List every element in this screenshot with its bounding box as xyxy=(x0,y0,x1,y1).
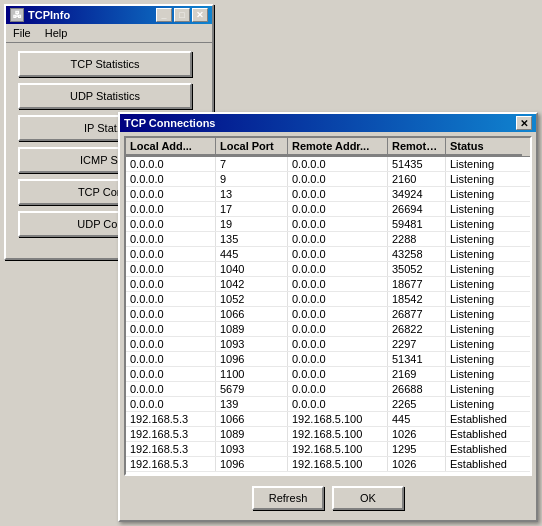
main-window-title: TCP Connections xyxy=(124,117,215,129)
maximize-button[interactable]: □ xyxy=(174,8,190,22)
table-cell: 0.0.0.0 xyxy=(126,277,216,291)
table-cell: 35052 xyxy=(388,262,446,276)
table-cell: 26694 xyxy=(388,202,446,216)
table-cell: 0.0.0.0 xyxy=(126,397,216,411)
table-row[interactable]: 0.0.0.0170.0.0.026694Listening xyxy=(126,202,530,217)
col-header-local-addr[interactable]: Local Add... xyxy=(126,138,216,156)
table-cell: Listening xyxy=(446,337,522,351)
table-cell: 0.0.0.0 xyxy=(126,247,216,261)
table-cell: 2169 xyxy=(388,367,446,381)
table-row[interactable]: 0.0.0.010960.0.0.051341Listening xyxy=(126,352,530,367)
table-row[interactable]: 0.0.0.01350.0.0.02288Listening xyxy=(126,232,530,247)
table-cell: Listening xyxy=(446,157,522,171)
table-cell: Established xyxy=(446,457,522,471)
col-header-remote-addr[interactable]: Remote Addr... xyxy=(288,138,388,156)
table-row[interactable]: 0.0.0.011000.0.0.02169Listening xyxy=(126,367,530,382)
table-cell: Listening xyxy=(446,232,522,246)
table-cell: 0.0.0.0 xyxy=(288,262,388,276)
udp-statistics-button[interactable]: UDP Statistics xyxy=(18,83,192,109)
table-cell: 1066 xyxy=(216,307,288,321)
table-cell: 2297 xyxy=(388,337,446,351)
table-cell: 0.0.0.0 xyxy=(126,307,216,321)
table-cell: 0.0.0.0 xyxy=(288,382,388,396)
table-row[interactable]: 192.168.5.31089192.168.5.1001026Establis… xyxy=(126,427,530,442)
table-cell: 192.168.5.3 xyxy=(126,457,216,471)
table-header: Local Add... Local Port Remote Addr... R… xyxy=(126,138,530,157)
table-cell: 18677 xyxy=(388,277,446,291)
table-cell: 2160 xyxy=(388,172,446,186)
refresh-button[interactable]: Refresh xyxy=(252,486,324,510)
table-row[interactable]: 0.0.0.04450.0.0.043258Listening xyxy=(126,247,530,262)
table-row[interactable]: 0.0.0.056790.0.0.026688Listening xyxy=(126,382,530,397)
table-cell: Listening xyxy=(446,202,522,216)
main-titlebar-title: TCP Connections xyxy=(124,117,215,129)
table-row[interactable]: 192.168.5.31093192.168.5.1001295Establis… xyxy=(126,442,530,457)
table-row[interactable]: 0.0.0.010660.0.0.026877Listening xyxy=(126,307,530,322)
table-cell: 18542 xyxy=(388,292,446,306)
col-header-remote-port[interactable]: Remote ... xyxy=(388,138,446,156)
menu-help[interactable]: Help xyxy=(42,26,71,40)
table-cell: 0.0.0.0 xyxy=(288,367,388,381)
table-body[interactable]: 0.0.0.070.0.0.051435Listening0.0.0.090.0… xyxy=(126,157,530,474)
table-cell: 9 xyxy=(216,172,288,186)
menu-file[interactable]: File xyxy=(10,26,34,40)
table-cell: Listening xyxy=(446,262,522,276)
table-row[interactable]: 0.0.0.010420.0.0.018677Listening xyxy=(126,277,530,292)
main-titlebar: TCP Connections ✕ xyxy=(120,114,536,132)
ok-button[interactable]: OK xyxy=(332,486,404,510)
table-cell: 0.0.0.0 xyxy=(126,202,216,216)
tcp-statistics-button[interactable]: TCP Statistics xyxy=(18,51,192,77)
table-cell: 1026 xyxy=(388,457,446,471)
table-row[interactable]: 192.168.5.31066192.168.5.100445Establish… xyxy=(126,412,530,427)
table-cell: Listening xyxy=(446,352,522,366)
main-close-button[interactable]: ✕ xyxy=(516,116,532,130)
table-row[interactable]: 0.0.0.090.0.0.02160Listening xyxy=(126,172,530,187)
table-cell: 192.168.5.3 xyxy=(126,427,216,441)
table-cell: 0.0.0.0 xyxy=(126,262,216,276)
table-cell: 59481 xyxy=(388,217,446,231)
table-cell: 51341 xyxy=(388,352,446,366)
table-cell: 0.0.0.0 xyxy=(288,337,388,351)
table-row[interactable]: 0.0.0.0190.0.0.059481Listening xyxy=(126,217,530,232)
table-cell: 139 xyxy=(216,397,288,411)
table-cell: 0.0.0.0 xyxy=(126,352,216,366)
table-cell: 26822 xyxy=(388,322,446,336)
table-cell: Listening xyxy=(446,247,522,261)
table-cell: 1040 xyxy=(216,262,288,276)
table-cell: 0.0.0.0 xyxy=(126,367,216,381)
table-cell: 135 xyxy=(216,232,288,246)
table-row[interactable]: 0.0.0.0130.0.0.034924Listening xyxy=(126,187,530,202)
table-cell: 0.0.0.0 xyxy=(126,157,216,171)
col-header-local-port[interactable]: Local Port xyxy=(216,138,288,156)
table-cell: 0.0.0.0 xyxy=(288,292,388,306)
table-cell: Established xyxy=(446,412,522,426)
table-row[interactable]: 0.0.0.010520.0.0.018542Listening xyxy=(126,292,530,307)
table-cell: 26688 xyxy=(388,382,446,396)
table-row[interactable]: 192.168.5.31096192.168.5.1001026Establis… xyxy=(126,457,530,472)
bottom-bar: Refresh OK xyxy=(120,480,536,514)
table-cell: 1093 xyxy=(216,442,288,456)
table-cell: 1066 xyxy=(216,412,288,426)
table-row[interactable]: 0.0.0.010890.0.0.026822Listening xyxy=(126,322,530,337)
minimize-button[interactable]: _ xyxy=(156,8,172,22)
table-cell: Established xyxy=(446,427,522,441)
table-cell: 0.0.0.0 xyxy=(288,187,388,201)
close-button[interactable]: ✕ xyxy=(192,8,208,22)
table-cell: 2288 xyxy=(388,232,446,246)
table-cell: Listening xyxy=(446,322,522,336)
table-cell: Listening xyxy=(446,277,522,291)
table-cell: 1096 xyxy=(216,457,288,471)
table-cell: 1052 xyxy=(216,292,288,306)
col-header-status[interactable]: Status xyxy=(446,138,522,156)
table-cell: 1295 xyxy=(388,442,446,456)
bg-titlebar: 🖧 TCPInfo _ □ ✕ xyxy=(6,6,212,24)
table-row[interactable]: 0.0.0.070.0.0.051435Listening xyxy=(126,157,530,172)
table-row[interactable]: 0.0.0.010400.0.0.035052Listening xyxy=(126,262,530,277)
table-cell: Established xyxy=(446,442,522,456)
table-row[interactable]: 0.0.0.010930.0.0.02297Listening xyxy=(126,337,530,352)
bg-window-title: TCPInfo xyxy=(28,9,70,21)
table-cell: 1100 xyxy=(216,367,288,381)
table-cell: 0.0.0.0 xyxy=(126,217,216,231)
table-row[interactable]: 0.0.0.01390.0.0.02265Listening xyxy=(126,397,530,412)
table-cell: 51435 xyxy=(388,157,446,171)
